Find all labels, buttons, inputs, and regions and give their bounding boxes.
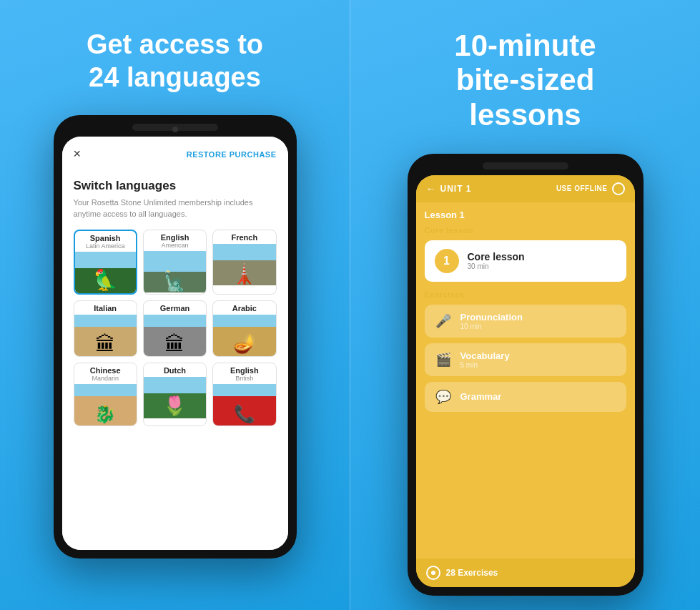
core-section-label: Core lesson [425,226,626,235]
phone-screen-left: × RESTORE PURCHASE Switch languages Your… [62,137,288,550]
exercise-title-pronunciation: Pronunciation [460,312,523,323]
phone-mockup-right: ← UNIT 1 USE OFFLINE Lesson 1 Core lesso… [408,154,644,596]
lang-name-german: German [159,301,192,313]
left-panel-title: Get access to 24 languages [87,29,263,94]
lang-card-dutch[interactable]: Dutch [143,363,207,426]
lang-card-italian[interactable]: Italian [74,300,137,357]
exercise-info-vocabulary: Vocabulary 5 min [460,350,510,369]
lang-name-english-american: English [159,230,191,242]
exercise-time-pronunciation: 10 min [460,323,523,330]
exercises-section-label: Exercises [425,290,626,299]
lang-name-spanish: Spanish [89,231,122,242]
exercises-count-label: 28 Exercises [446,568,498,578]
exercise-info-pronunciation: Pronunciation 10 min [460,312,523,330]
exercise-card-vocabulary[interactable]: 🎬 Vocabulary 5 min [425,343,626,376]
lang-card-chinese[interactable]: Chinese Mandarin [74,363,137,426]
unit-label: UNIT 1 [440,184,472,194]
exercise-info-grammar: Grammar [460,391,502,402]
offline-toggle[interactable] [612,182,625,195]
lang-img-arabic [213,315,275,356]
exercise-card-pronunciation[interactable]: 🎤 Pronunciation 10 min [425,305,626,338]
exercises-count-icon [426,566,440,580]
microphone-icon: 🎤 [435,313,452,329]
lang-img-spanish [75,252,136,293]
lang-img-chinese [74,384,137,425]
screen-body: Switch languages Your Rosetta Stone Unli… [62,169,288,550]
left-panel: Get access to 24 languages × RESTORE PUR… [0,0,350,610]
offline-group: USE OFFLINE [556,182,625,195]
lang-name-chinese: Chinese [89,363,122,375]
core-lesson-card[interactable]: 1 Core lesson 30 min [425,240,626,282]
core-lesson-time: 30 min [468,262,525,270]
exercise-title-grammar: Grammar [460,391,502,402]
switch-languages-title: Switch languages [74,179,277,193]
phone-notch-right [483,162,568,169]
lang-sub-spanish: Latin America [86,242,125,252]
video-icon: 🎬 [435,352,452,368]
lang-img-english-american [144,251,206,292]
lang-sub-chinese: Mandarin [92,375,119,384]
lang-img-french [213,244,275,285]
lesson-label: Lesson 1 [425,210,626,220]
back-unit-group: ← UNIT 1 [426,183,472,195]
offline-label: USE OFFLINE [556,185,608,192]
lang-name-arabic: Arabic [231,301,258,313]
lang-img-italian [74,315,137,356]
lang-card-spanish[interactable]: Spanish Latin America [74,230,137,295]
lang-sub-english-american: American [161,242,188,251]
lang-name-italian: Italian [92,301,118,313]
close-icon[interactable]: × [74,147,82,162]
lang-card-german[interactable]: German [143,300,207,357]
lang-name-english-british: English [229,363,260,375]
lang-sub-english-british: British [235,375,253,384]
right-panel-title: 10-minute bite-sized lessons [454,29,596,132]
core-lesson-title: Core lesson [468,251,525,262]
lang-img-english-british [213,384,275,425]
lang-card-english-british[interactable]: English British [212,363,276,426]
lang-name-french: French [230,230,259,242]
exercise-time-vocabulary: 5 min [460,361,510,369]
screen-header: × RESTORE PURCHASE [62,137,288,169]
lang-img-german [144,315,206,356]
phone-mockup-left: × RESTORE PURCHASE Switch languages Your… [54,115,297,559]
back-arrow-icon[interactable]: ← [426,183,436,195]
lang-card-english-american[interactable]: English American [143,230,207,295]
lang-card-french[interactable]: French [212,230,276,295]
phone-camera [172,127,178,132]
lang-img-dutch [144,377,206,418]
exercise-title-vocabulary: Vocabulary [460,350,510,361]
top-bar: ← UNIT 1 USE OFFLINE [416,175,635,202]
right-panel: 10-minute bite-sized lessons ← UNIT 1 US… [350,0,700,610]
switch-languages-desc: Your Rosetta Stone Unlimited membership … [74,197,277,220]
lang-name-dutch: Dutch [162,363,187,375]
phone-screen-right: ← UNIT 1 USE OFFLINE Lesson 1 Core lesso… [416,175,635,587]
bottom-bar: 28 Exercises [416,559,635,587]
language-grid: Spanish Latin America English American F… [74,230,277,426]
core-lesson-info: Core lesson 30 min [468,251,525,270]
core-lesson-number: 1 [435,249,459,273]
restore-purchase-button[interactable]: RESTORE PURCHASE [187,150,277,159]
exercise-card-grammar[interactable]: 💬 Grammar [425,382,626,412]
lang-card-arabic[interactable]: Arabic [212,300,276,357]
right-body: Lesson 1 Core lesson 1 Core lesson 30 mi… [416,202,635,559]
chat-icon: 💬 [435,389,452,405]
